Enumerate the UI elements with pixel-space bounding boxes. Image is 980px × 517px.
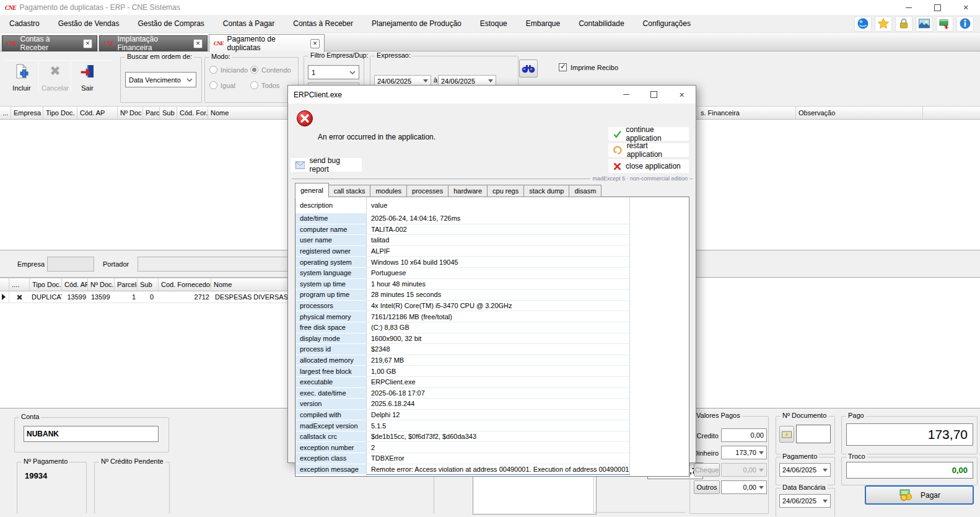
image-button[interactable] — [916, 16, 933, 32]
column-header-dots[interactable]: .... — [9, 278, 30, 291]
menu-item[interactable]: Gestão de Vendas — [49, 19, 129, 28]
close-button[interactable] — [952, 0, 980, 15]
row-description: display mode — [295, 334, 366, 345]
credito-field[interactable]: 0,00 — [721, 428, 767, 442]
tab-close-icon[interactable] — [193, 39, 203, 48]
menu-item[interactable]: Contas à Pagar — [214, 19, 284, 28]
sair-button[interactable]: Sair — [73, 62, 102, 93]
column-header-parcela[interactable]: Parcela — [115, 278, 138, 291]
no-documento-input[interactable] — [796, 425, 831, 443]
globe-button[interactable] — [854, 16, 872, 32]
menu-item[interactable]: Contabilidade — [569, 19, 633, 28]
row-description: exception message — [295, 464, 366, 475]
cheque-button: Cheque — [694, 463, 720, 477]
imprime-recibo-checkbox[interactable]: Imprime Recibo — [559, 63, 618, 71]
menu-item[interactable]: Estoque — [471, 19, 517, 28]
dialog-maximize-button[interactable] — [640, 86, 668, 104]
column-header-parc[interactable]: Parc — [143, 107, 160, 119]
conta-field[interactable]: NUBANK — [24, 426, 159, 442]
column-header-cod-ap[interactable]: Cód. AP — [77, 107, 118, 119]
column-header-cod-ap[interactable]: Cód. AP — [62, 278, 88, 291]
buscar-ordem-select[interactable]: Data Vencimento — [125, 72, 196, 87]
row-value: 1 hour 48 minutes — [366, 279, 629, 290]
column-header-observacao[interactable]: Observação — [796, 107, 923, 119]
row-value: ERPClient.exe — [366, 377, 629, 388]
credito-value: 0,00 — [751, 431, 764, 439]
restart-application-button[interactable]: restart application — [608, 143, 689, 157]
dinheiro-field[interactable]: 173,70 — [721, 446, 767, 459]
dialog-body: An error occurred in the application. co… — [288, 104, 696, 463]
tab-contas-a-receber[interactable]: CNE Contas à Receber — [2, 35, 97, 51]
incluir-button[interactable]: Incluir — [7, 62, 36, 93]
menu-item[interactable]: Planejamento de Produção — [362, 19, 471, 28]
column-header-sub[interactable]: Sub — [160, 107, 177, 119]
pago-field[interactable]: 173,70 — [846, 423, 973, 446]
outros-button[interactable]: Outros — [694, 480, 720, 494]
dialog-close-button[interactable] — [668, 86, 696, 104]
tab-modules[interactable]: modules — [370, 185, 407, 197]
cancelar-label: Cancelar — [42, 84, 69, 92]
tab-pagamento-de-duplicatas[interactable]: CNE Pagamento de duplicatas — [209, 34, 325, 52]
send-bug-report-button[interactable]: send bug report — [291, 158, 362, 172]
column-header-no-doc[interactable]: Nº Doc. — [88, 278, 115, 291]
tab-close-icon[interactable] — [310, 39, 320, 48]
dinheiro-value: 173,70 — [735, 449, 756, 456]
tab-implantacao-financeira[interactable]: CNE Implantação Financeira — [99, 35, 208, 51]
menu-item[interactable]: Cadastro — [0, 19, 49, 28]
minimize-button[interactable] — [895, 0, 923, 15]
close-application-button[interactable]: close application — [608, 159, 689, 173]
column-header-empresa[interactable]: Empresa — [11, 107, 43, 119]
tab-general[interactable]: general — [295, 183, 329, 198]
radio-contendo[interactable]: Contendo — [250, 66, 291, 74]
info-button[interactable] — [956, 16, 974, 32]
buscar-button[interactable] — [519, 60, 538, 77]
column-header-cod-for[interactable]: Cód. For. — [177, 107, 208, 119]
dropdown-arrow-icon — [759, 469, 764, 472]
restart-label: restart application — [627, 141, 684, 159]
radio-todos[interactable]: Todos — [250, 81, 279, 89]
row-value: TDBXError — [366, 453, 629, 464]
tab-disasm[interactable]: disasm — [569, 185, 602, 197]
minimize-icon — [623, 94, 629, 95]
dropdown-arrow-icon — [488, 79, 493, 82]
column-header[interactable]: ... — [0, 107, 11, 119]
export-button[interactable] — [936, 16, 953, 32]
column-header-tipo-doc[interactable]: Tipo Doc. — [30, 278, 62, 291]
tab-call-stacks[interactable]: call stacks — [328, 185, 371, 197]
column-header-financeira[interactable]: s. Financeira — [698, 107, 796, 119]
continue-application-button[interactable]: continue application — [608, 127, 689, 141]
radio-selected-icon — [250, 66, 258, 74]
filtro-empresa-select[interactable]: 1 — [308, 65, 359, 79]
row-value: 1,00 GB — [366, 366, 629, 377]
tab-cpu-regs[interactable]: cpu regs — [487, 185, 524, 197]
imprime-recibo-label: Imprime Recibo — [571, 64, 618, 71]
dialog-minimize-button[interactable] — [612, 86, 640, 104]
menu-item[interactable]: Configurações — [634, 19, 700, 28]
data-bancaria-date-picker[interactable]: 24/06/2025 — [779, 494, 831, 508]
menu-item[interactable]: Embarque — [517, 19, 569, 28]
pagar-button[interactable]: Pagar — [865, 485, 974, 505]
row-description: registered owner — [295, 246, 366, 257]
tab-stack-dump[interactable]: stack dump — [523, 185, 569, 197]
row-value: 219,67 MB — [366, 355, 629, 366]
lock-button[interactable] — [895, 16, 912, 32]
documento-lookup-button[interactable] — [779, 426, 794, 443]
favorites-button[interactable] — [875, 16, 892, 32]
column-header-sub[interactable]: Sub — [138, 278, 159, 291]
pagamento-date-picker[interactable]: 24/06/2025 — [779, 463, 831, 477]
column-header-no-doc[interactable]: Nº Doc — [118, 107, 143, 119]
menu-item[interactable]: Gestão de Compras — [128, 19, 213, 28]
outros-field[interactable]: 0,00 — [721, 480, 767, 494]
menu-item[interactable]: Contas à Receber — [284, 19, 362, 28]
tab-close-icon[interactable] — [83, 39, 92, 48]
maximize-button[interactable] — [923, 0, 952, 15]
row-delete-icon[interactable] — [9, 291, 30, 303]
column-header-tipo-doc[interactable]: Tipo Doc. — [43, 107, 77, 119]
row-description: processors — [295, 301, 366, 312]
tab-hardware[interactable]: hardware — [448, 185, 488, 197]
radio-iniciando[interactable]: Iniciando — [209, 66, 248, 74]
column-header-cod-fornecedor[interactable]: Cod. Fornecedor — [159, 278, 211, 291]
radio-igual[interactable]: Igual — [209, 81, 235, 89]
money-coins-icon — [898, 489, 913, 501]
tab-processes[interactable]: processes — [406, 185, 448, 197]
